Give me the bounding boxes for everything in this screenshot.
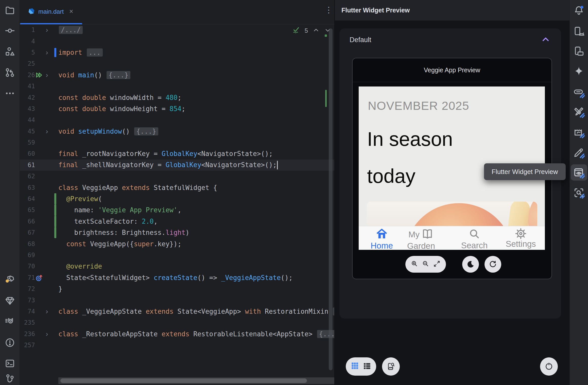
list-view-icon[interactable] [363,362,371,371]
code-line[interactable]: 69 [20,250,334,261]
fold-chevron-icon[interactable]: › [44,128,50,135]
code-line[interactable]: 1›/.../ [20,24,334,36]
zoom-out-icon[interactable] [422,260,429,269]
gutter-bar-space [54,81,56,92]
line-number: 44 [20,116,35,124]
fullscreen-icon[interactable] [433,260,441,269]
logcat-icon[interactable] [4,316,15,327]
code-line[interactable]: 42const double windowWidth = 480; [20,92,334,103]
code-line[interactable]: 235 [20,317,334,328]
code-line[interactable]: 236›class _RestorableAppState extends Re… [20,328,334,340]
code-line[interactable]: 73 [20,294,334,306]
editor-vertical-scrollbar[interactable] [329,28,333,370]
line-number: 73 [20,297,35,304]
fold-chevron-icon[interactable]: › [44,72,50,79]
editor-kebab-menu-icon[interactable]: ⋮ [323,5,334,18]
right-activity-bar [569,0,588,385]
code-line[interactable]: 45›void setupWindow() {...} [20,126,334,137]
code-line[interactable]: 70 @override [20,261,334,272]
override-gutter-icon[interactable] [35,274,44,282]
code-editor[interactable]: 1›/.../45›import ...2526›void main() {..… [20,24,334,385]
code-text: } [58,285,62,293]
fold-chevron-icon[interactable]: › [44,26,50,33]
code-line[interactable]: 60final _rootNavigatorKey = GlobalKey<Na… [20,148,334,159]
fold-chevron-icon[interactable]: › [44,330,50,338]
search-frame-flutter-icon[interactable] [573,187,585,199]
devtools-flutter-icon[interactable] [573,106,585,118]
code-line[interactable]: 59 [20,137,334,148]
code-text: class _RestorableAppState extends Restor… [58,330,334,338]
gutter-bar-space [54,103,56,114]
run-gutter-icon[interactable] [35,72,44,78]
line-number: 41 [20,83,35,90]
code-line[interactable]: 66 textScaleFactor: 2.0, [20,216,334,227]
dark-mode-toggle[interactable] [462,256,479,273]
code-line[interactable]: 72} [20,283,334,294]
app-bottom-navbar: Home My Garden [359,226,545,250]
editor-horizontal-scrollbar[interactable] [58,377,334,384]
code-line[interactable]: 64 @Preview( [20,193,334,204]
device-android-icon[interactable] [573,25,585,38]
line-number: 62 [20,173,35,180]
code-line[interactable]: 41 [20,81,334,92]
terminal-icon[interactable] [4,358,15,369]
restart-preview-button[interactable] [540,357,558,376]
gutter-bar-space [54,160,56,171]
pencil-flutter-icon[interactable] [573,147,585,159]
nav-item-settings[interactable]: Settings [500,226,541,250]
code-line[interactable]: 61final _shellNavigatorKey = GlobalKey<N… [20,160,334,171]
gem-icon[interactable] [4,295,15,306]
grid-view-icon[interactable] [351,362,359,371]
code-line[interactable]: 65 name: 'Veggie App Preview', [20,204,334,216]
flutter-widget-preview-icon[interactable] [573,167,585,179]
notifications-bell-icon[interactable] [573,5,585,17]
code-line[interactable]: 26›void main() {...} [20,69,334,81]
zoom-in-icon[interactable] [411,260,418,269]
fold-chevron-icon[interactable]: › [44,49,50,56]
problems-icon[interactable] [4,337,15,348]
tab-main-dart[interactable]: main.dart × [20,0,82,23]
line-number: 42 [20,94,35,101]
search-icon [468,228,480,241]
code-line[interactable]: 4 [20,36,334,47]
project-folder-icon[interactable] [4,5,15,16]
link-flutter-icon[interactable] [573,86,585,98]
origami-icon[interactable] [4,274,15,286]
change-marker-bar [54,216,56,227]
pull-requests-icon[interactable] [4,67,15,78]
code-line[interactable]: 63class VeggieApp extends StatefulWidget… [20,182,334,193]
code-text: brightness: Brightness.light) [58,229,189,236]
gutter-bar-space [54,148,56,159]
code-line[interactable]: 62 [20,171,334,182]
code-line[interactable]: 43const double windowHeight = 854; [20,103,334,114]
refresh-preview-button[interactable] [485,256,501,273]
code-line[interactable]: 44 [20,114,334,126]
nav-item-my-garden[interactable]: My Garden [396,226,446,250]
inspections-widget[interactable]: 5 [292,26,331,35]
code-line[interactable]: 67 brightness: Brightness.light) [20,227,334,238]
device-layers-icon[interactable] [573,45,585,57]
collapse-chevron-icon[interactable] [541,36,550,43]
structure-icon[interactable] [4,46,15,57]
tab-close-icon[interactable]: × [69,8,73,15]
code-line[interactable]: 25 [20,58,334,69]
code-text: void main() {...} [58,71,131,79]
line-number: 1 [20,26,35,33]
fold-chevron-icon[interactable]: › [44,308,50,315]
nav-item-home[interactable]: Home [367,226,397,250]
image-search-button[interactable] [382,357,400,376]
horizontal-scrollbar-thumb[interactable] [60,378,307,383]
patch-flutter-icon[interactable] [573,126,585,138]
code-line[interactable]: 74›class _VeggieAppState extends State<V… [20,306,334,317]
version-control-icon[interactable] [4,373,15,384]
code-line[interactable]: 68 const VeggieApp({super.key}); [20,238,334,249]
sparkle-icon[interactable] [573,65,585,77]
code-line[interactable]: 71 State<StatefulWidget> createState() =… [20,272,334,283]
code-line[interactable]: 5›import ... [20,47,334,58]
code-text: final _rootNavigatorKey = GlobalKey<Navi… [58,150,273,158]
commit-icon[interactable] [4,25,15,36]
prev-problem-icon[interactable] [313,27,320,35]
code-line[interactable]: 257 [20,340,334,351]
more-tools-icon[interactable] [4,88,15,99]
nav-item-search[interactable]: Search [459,226,490,250]
